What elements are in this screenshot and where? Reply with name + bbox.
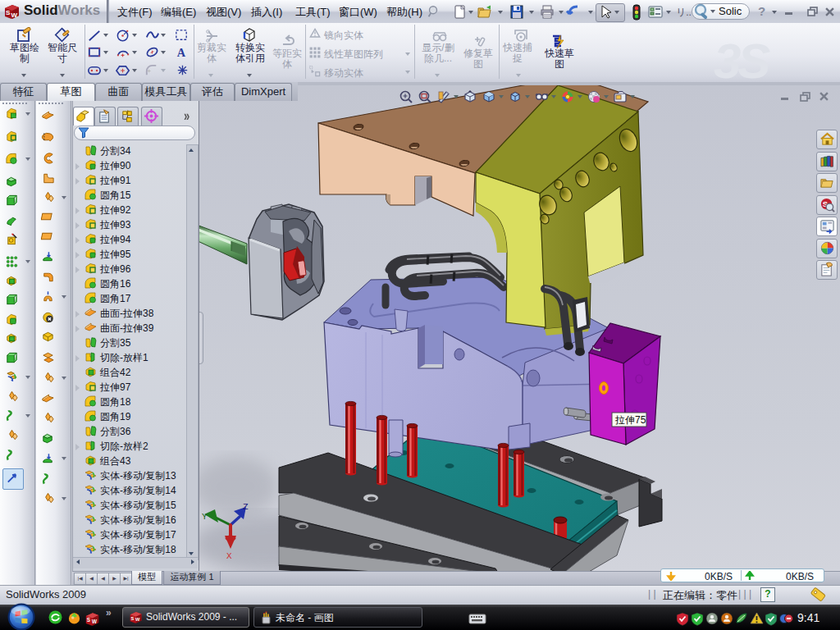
svg-text:S: S [6, 9, 11, 16]
svg-text:A: A [177, 46, 186, 59]
svg-text:Z: Z [243, 502, 249, 512]
svg-text:W: W [11, 11, 18, 19]
svg-text:W: W [92, 619, 97, 624]
svg-text:Y: Y [202, 512, 208, 522]
svg-text:S: S [87, 617, 90, 623]
svg-text:W: W [135, 617, 140, 622]
svg-text:X: X [226, 551, 232, 561]
svg-text:拉伸75: 拉伸75 [614, 414, 646, 426]
svg-text:S: S [130, 616, 134, 621]
